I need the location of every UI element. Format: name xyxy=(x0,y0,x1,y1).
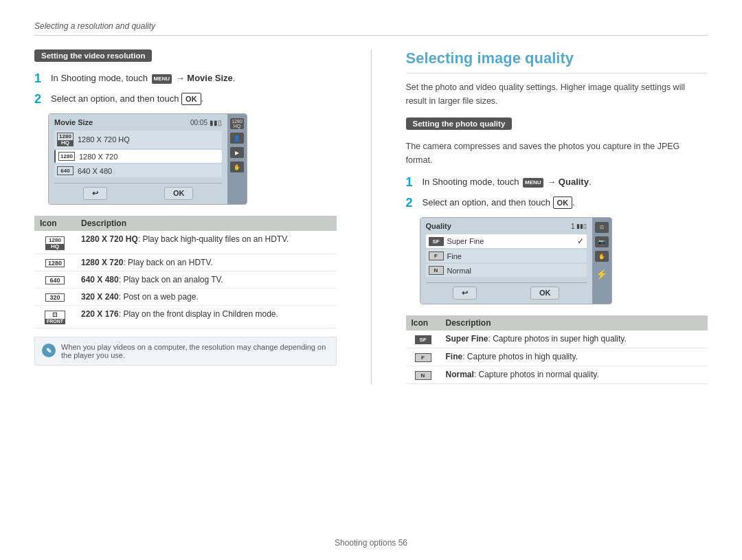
quality-side-icon-3: ✋ xyxy=(595,251,609,262)
right-step-1-text: In Shooting mode, touch MENU → Quality. xyxy=(423,175,592,189)
right-table-header-icon: Icon xyxy=(406,315,440,331)
step-1-text: In Shooting mode, touch MENU → Movie Siz… xyxy=(51,71,235,85)
right-menu-icon: MENU xyxy=(523,178,543,188)
side-icon-portrait: 👤 xyxy=(230,133,244,144)
right-ok-icon: OK xyxy=(553,197,573,210)
quality-side-icon-4: ⚡ xyxy=(596,269,607,280)
step-1-number: 1 xyxy=(34,71,45,87)
table-row: SF Super Fine: Capture photos in super h… xyxy=(406,331,708,348)
right-table-header-desc: Description xyxy=(440,315,708,331)
quality-footer: ↩ OK xyxy=(426,282,587,300)
right-icon-table: Icon Description SF Super Fine: Capture … xyxy=(406,315,708,384)
camera-menu-panel: Movie Size 00:05 ▮▮▯ 1280 HQ xyxy=(49,114,227,204)
footer-text: Shooting options 56 xyxy=(335,538,407,548)
table-row: F Fine: Capture photos in high quality. xyxy=(406,348,708,366)
quality-menu-panel: Quality 1 ▮▮▯ SF Super Fine ✓ xyxy=(420,218,592,304)
side-icon-1280hq: 1280HQ xyxy=(230,118,244,129)
quality-ok-button[interactable]: OK xyxy=(530,287,560,300)
table-header-desc: Description xyxy=(76,216,337,231)
camera-side-icons: 1280HQ 👤 ▶ ✋ xyxy=(227,114,247,204)
quality-screen: Quality 1 ▮▮▯ SF Super Fine ✓ xyxy=(420,217,612,304)
camera-ok-button[interactable]: OK xyxy=(164,187,194,200)
right-intro: Set the photo and video quality settings… xyxy=(406,80,708,108)
note-box: ✎ When you play videos on a computer, th… xyxy=(34,337,337,366)
left-step-1: 1 In Shooting mode, touch MENU → Movie S… xyxy=(34,71,337,87)
video-resolution-badge: Setting the video resolution xyxy=(34,49,152,62)
photo-quality-badge: Setting the photo quality xyxy=(406,117,513,130)
table-row: ⊡ FRONT 220 X 176: Play on the front dis… xyxy=(34,306,337,328)
right-step-1: 1 In Shooting mode, touch MENU → Quality… xyxy=(406,175,708,190)
camera-back-button[interactable]: ↩ xyxy=(83,187,107,200)
movie-size-item-1: 1280 HQ 1280 X 720 HQ xyxy=(54,131,222,148)
right-step-2-text: Select an option, and then touch OK. xyxy=(423,196,575,210)
movie-size-item-2: 1280 1280 X 720 xyxy=(54,150,222,163)
camera-menu-title: Movie Size xyxy=(54,118,93,126)
quality-side-icons: ⊡ 📷 ✋ ⚡ xyxy=(592,218,611,304)
column-divider xyxy=(371,49,372,384)
camera-menu-header: Movie Size 00:05 ▮▮▯ xyxy=(54,118,222,126)
left-icon-table: Icon Description 1280 HQ 1280 X 720 HQ: … xyxy=(34,216,337,328)
step-2-text: Select an option, and then touch OK. xyxy=(51,92,203,106)
header-title: Selecting a resolution and quality xyxy=(34,21,155,31)
right-column: Selecting image quality Set the photo an… xyxy=(406,49,708,384)
page-footer: Shooting options 56 xyxy=(0,538,742,548)
table-row: 640 640 X 480: Play back on an analog TV… xyxy=(34,271,337,289)
side-icon-video: ▶ xyxy=(230,147,244,158)
table-row: 320 320 X 240: Post on a web page. xyxy=(34,289,337,306)
quality-item-fine: F Fine xyxy=(426,249,587,262)
movie-size-item-3: 640 640 X 480 xyxy=(54,164,222,177)
camera-menu-time: 00:05 ▮▮▯ xyxy=(190,119,222,126)
right-step-2: 2 Select an option, and then touch OK. xyxy=(406,196,708,211)
table-header-icon: Icon xyxy=(34,216,76,231)
camera-screen-movie-size: Movie Size 00:05 ▮▮▯ 1280 HQ xyxy=(48,113,247,205)
menu-icon: MENU xyxy=(152,74,172,84)
quality-item-superfine: SF Super Fine ✓ xyxy=(426,234,587,248)
right-title: Selecting image quality xyxy=(406,49,708,74)
quality-menu-title: Quality xyxy=(426,222,451,230)
quality-item-normal: N Normal xyxy=(426,264,587,277)
page-header: Selecting a resolution and quality xyxy=(34,21,708,36)
quality-menu-header: Quality 1 ▮▮▯ xyxy=(426,222,587,230)
right-step-1-number: 1 xyxy=(406,175,417,190)
quality-back-button[interactable]: ↩ xyxy=(453,287,477,300)
note-icon: ✎ xyxy=(42,344,56,357)
left-column: Setting the video resolution 1 In Shooti… xyxy=(34,49,337,384)
step-2-number: 2 xyxy=(34,92,45,107)
ok-icon: OK xyxy=(181,93,201,106)
table-row: N Normal: Capture photos in normal quali… xyxy=(406,366,708,384)
side-icon-hand: ✋ xyxy=(230,161,244,172)
camera-menu-footer: ↩ OK xyxy=(54,183,222,200)
table-row: 1280 HQ 1280 X 720 HQ: Play back high-qu… xyxy=(34,231,337,254)
right-step-2-number: 2 xyxy=(406,196,417,211)
left-step-2: 2 Select an option, and then touch OK. xyxy=(34,92,337,107)
quality-side-icon-1: ⊡ xyxy=(595,222,609,233)
table-row: 1280 1280 X 720: Play back on an HDTV. xyxy=(34,254,337,271)
quality-side-icon-2: 📷 xyxy=(595,236,609,247)
note-text: When you play videos on a computer, the … xyxy=(61,343,329,359)
photo-quality-desc: The camera compresses and saves the phot… xyxy=(406,139,708,167)
